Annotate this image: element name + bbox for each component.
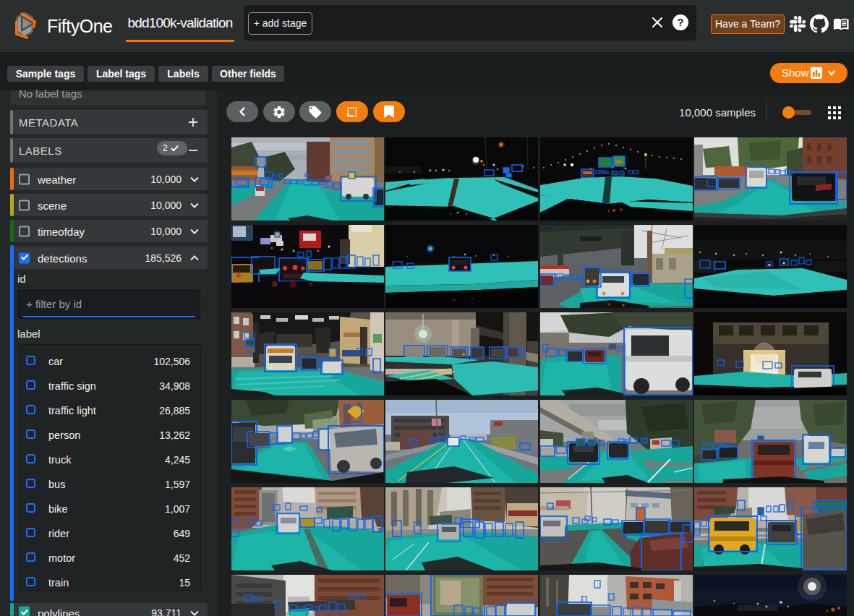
svg-text:?: ? [677, 16, 683, 28]
